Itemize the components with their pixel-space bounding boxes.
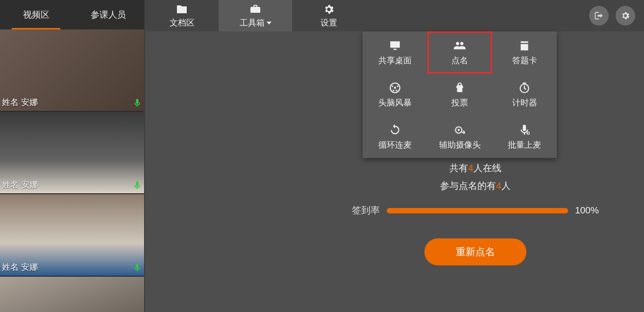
rollcall-restart-button[interactable]: 重新点名 [424,238,526,265]
toolbar-right [589,0,644,31]
tool-label: 辅助摄像头 [439,139,481,151]
rollcall-panel: 共有4人在线 参与点名的有4人 签到率 100% 重新点名 [326,162,624,265]
svg-point-8 [458,129,460,130]
tool-label: 头脑风暴 [378,97,412,108]
app-root: 视频区 参课人员 姓名 安娜 姓名 安娜 姓名 安娜 姓名 安娜 [0,0,644,312]
tool-label: 循环连麦 [378,139,412,151]
rollcall-rate-label: 签到率 [352,204,380,217]
video-list: 姓名 安娜 姓名 安娜 姓名 安娜 姓名 安娜 [0,29,144,312]
tool-screen-share[interactable]: 共享桌面 [363,31,427,74]
rollcall-participated-line: 参与点名的有4人 [440,180,511,192]
exit-icon [594,11,604,21]
tool-timer[interactable]: 计时器 [492,74,557,116]
gear-icon [620,11,630,21]
timer-icon [518,81,531,94]
tool-label: 点名 [451,55,468,66]
gear-icon [323,3,335,15]
exit-button[interactable] [589,6,609,26]
rollcall-rate-row: 签到率 100% [352,204,599,217]
video-tile[interactable]: 姓名 安娜 [0,277,144,312]
toolbar-item-label: 工具箱 [240,17,272,28]
settings-round-button[interactable] [616,6,635,26]
toolbar-item-toolbox[interactable]: 工具箱 [219,0,292,31]
screen-share-icon [389,39,401,52]
tool-label: 计时器 [512,97,537,108]
answer-card-icon [518,39,531,52]
sidebar-tab-label: 参课人员 [91,9,126,21]
svg-point-1 [394,86,396,88]
tool-batch-mic[interactable]: 批量上麦 [492,116,557,158]
svg-point-2 [392,85,393,87]
rollcall-online-line: 共有4人在线 [449,162,501,175]
video-tile-label: 姓名 安娜 [2,261,38,273]
rollcall-rate-value: 100% [575,205,599,216]
batch-mic-icon [518,124,531,136]
sidebar-tabs: 视频区 参课人员 [0,0,144,29]
sidebar-tab-video[interactable]: 视频区 [0,0,72,29]
chevron-down-icon [267,22,272,25]
svg-point-5 [396,89,397,91]
tool-brainstorm[interactable]: 头脑风暴 [363,74,427,116]
video-tile-label: 姓名 安娜 [2,97,38,108]
tool-aux-camera[interactable]: + 辅助摄像头 [427,116,492,158]
users-icon [453,39,466,52]
tool-label: 批量上麦 [508,139,541,151]
svg-text:+: + [463,130,466,135]
tool-label: 投票 [451,97,468,108]
video-tile-label: 姓名 安娜 [2,179,38,190]
toolbar-item-label: 文档区 [170,17,195,28]
tool-label: 共享桌面 [378,55,412,66]
toolbox-icon [249,3,261,15]
toolbar-item-docs[interactable]: 文档区 [145,0,219,31]
video-tile[interactable]: 姓名 安娜 [0,29,144,112]
vote-icon [453,81,466,94]
top-toolbar: 文档区 工具箱 设置 [145,0,644,31]
brainstorm-icon [389,81,401,94]
svg-point-4 [393,89,394,91]
main-content: 文档区 工具箱 设置 共享桌面 [145,0,644,312]
mic-icon [132,181,142,190]
toolbar-item-settings[interactable]: 设置 [292,0,366,31]
tool-vote[interactable]: 投票 [427,74,492,116]
tool-label: 答题卡 [512,55,537,66]
tool-answer-card[interactable]: 答题卡 [492,31,557,74]
tool-roll-call[interactable]: 点名 [427,31,492,74]
mic-icon [132,263,142,273]
toolbar-left: 文档区 工具箱 设置 [145,0,366,31]
sidebar-tab-participants[interactable]: 参课人员 [72,0,144,29]
folder-icon [176,3,188,15]
tool-cycle-mic[interactable]: 循环连麦 [363,116,427,158]
sidebar-tab-label: 视频区 [23,9,50,21]
cycle-mic-icon [389,124,401,136]
toolbox-dropdown: 共享桌面 点名 答题卡 头脑风暴 投票 计时器 [363,31,557,158]
svg-point-3 [397,85,398,87]
toolbar-item-label: 设置 [321,17,337,28]
video-tile[interactable]: 姓名 安娜 [0,112,144,194]
video-tile[interactable]: 姓名 安娜 [0,194,144,277]
sidebar: 视频区 参课人员 姓名 安娜 姓名 安娜 姓名 安娜 姓名 安娜 [0,0,145,312]
rollcall-progress-bar [387,208,568,213]
rollcall-progress-fill [387,208,568,213]
aux-camera-icon: + [453,124,466,136]
mic-icon [132,98,142,108]
